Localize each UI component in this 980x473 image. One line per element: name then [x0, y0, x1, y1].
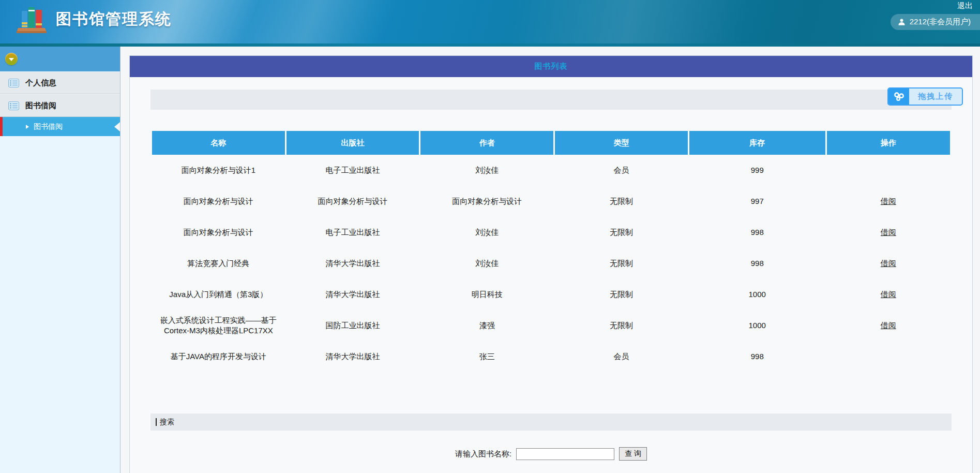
- table-header-row: 名称 出版社 作者 类型 库存 操作: [152, 131, 950, 155]
- caret-right-icon: [26, 125, 29, 129]
- borrow-link[interactable]: 借阅: [881, 259, 896, 268]
- cell-author: 面向对象分析与设计: [420, 186, 553, 217]
- cell-publisher: 电子工业出版社: [287, 217, 419, 248]
- cell-stock: 998: [689, 248, 825, 279]
- column-header-name: 名称: [152, 131, 285, 155]
- cell-type: 会员: [555, 155, 688, 186]
- cell-type: 无限制: [555, 310, 688, 341]
- cell-name: 算法竞赛入门经典: [152, 248, 285, 279]
- cell-name: 面向对象分析与设计: [152, 217, 285, 248]
- chevron-down-icon: [9, 58, 14, 61]
- cell-author: 明日科技: [420, 279, 553, 310]
- content-panel: 图书列表 拖拽上传 名称 出版社 作者 类型: [129, 55, 973, 473]
- toolbar-strip: 拖拽上传: [150, 90, 952, 110]
- cell-name: 基于JAVA的程序开发与设计: [152, 341, 285, 372]
- cell-type: 无限制: [555, 279, 688, 310]
- cell-stock: 998: [689, 217, 825, 248]
- cell-publisher: 清华大学出版社: [287, 279, 419, 310]
- logout-link[interactable]: 退出: [957, 1, 973, 11]
- sidebar-top-bar: [0, 47, 120, 71]
- table-row: 基于JAVA的程序开发与设计清华大学出版社张三会员998: [152, 341, 950, 372]
- cell-action: 借阅: [827, 186, 950, 217]
- cell-name: 嵌入式系统设计工程实践——基于Cortex-M3内核处理器LPC17XX: [152, 310, 285, 341]
- search-row: 请输入图书名称: 查 询: [150, 447, 952, 461]
- user-badge[interactable]: 2212(非会员用户): [891, 14, 980, 30]
- sidebar-item-label: 个人信息: [25, 78, 56, 88]
- active-indicator-bar: [0, 117, 3, 136]
- table-row: 嵌入式系统设计工程实践——基于Cortex-M3内核处理器LPC17XX国防工业…: [152, 310, 950, 341]
- cell-type: 无限制: [555, 217, 688, 248]
- sidebar-subitem-book-borrow-active[interactable]: 图书借阅: [0, 117, 120, 136]
- cell-author: 漆强: [420, 310, 553, 341]
- cell-publisher: 清华大学出版社: [287, 341, 419, 372]
- cell-action: 借阅: [827, 279, 950, 310]
- borrow-link[interactable]: 借阅: [881, 197, 896, 205]
- user-name: 2212(非会员用户): [910, 17, 971, 27]
- borrow-link[interactable]: 借阅: [881, 321, 896, 330]
- sidebar-item-label: 图书借阅: [25, 101, 56, 111]
- drag-upload-button[interactable]: 拖拽上传: [887, 87, 963, 106]
- table-row: Java从入门到精通（第3版）清华大学出版社明日科技无限制1000借阅: [152, 279, 950, 310]
- app-header: 图书馆管理系统 退出 2212(非会员用户): [0, 0, 980, 47]
- book-table: 名称 出版社 作者 类型 库存 操作 面向对象分析与设计1电子工业出版社刘汝佳会…: [150, 131, 952, 372]
- column-header-stock: 库存: [689, 131, 825, 155]
- user-icon: [898, 18, 906, 26]
- cell-type: 无限制: [555, 186, 688, 217]
- cell-author: 刘汝佳: [420, 248, 553, 279]
- cell-action: [827, 155, 950, 186]
- column-header-type: 类型: [555, 131, 688, 155]
- sidebar-subitem-label: 图书借阅: [34, 122, 63, 131]
- table-row: 算法竞赛入门经典清华大学出版社刘汝佳无限制998借阅: [152, 248, 950, 279]
- cell-author: 刘汝佳: [420, 155, 553, 186]
- table-row: 面向对象分析与设计电子工业出版社刘汝佳无限制998借阅: [152, 217, 950, 248]
- book-name-input[interactable]: [516, 448, 614, 460]
- borrow-link[interactable]: 借阅: [881, 228, 896, 236]
- list-icon: [8, 79, 19, 87]
- column-header-author: 作者: [420, 131, 553, 155]
- cell-name: Java从入门到精通（第3版）: [152, 279, 285, 310]
- borrow-link[interactable]: 借阅: [881, 290, 896, 299]
- sidebar: 个人信息 图书借阅 图书借阅: [0, 47, 120, 473]
- cell-stock: 1000: [689, 279, 825, 310]
- library-logo-icon: [16, 4, 48, 37]
- cell-action: 借阅: [827, 248, 950, 279]
- panel-body: 拖拽上传 名称 出版社 作者 类型 库存 操作 面向对象分析与设计1电子工业出版…: [130, 77, 972, 461]
- cloud-cluster-icon: [888, 88, 909, 105]
- cell-publisher: 清华大学出版社: [287, 248, 419, 279]
- search-button[interactable]: 查 询: [619, 447, 647, 461]
- cell-type: 会员: [555, 341, 688, 372]
- cell-publisher: 面向对象分析与设计: [287, 186, 419, 217]
- column-header-publisher: 出版社: [287, 131, 419, 155]
- cell-action: 借阅: [827, 310, 950, 341]
- search-section-header: 搜索: [150, 413, 952, 431]
- cell-type: 无限制: [555, 248, 688, 279]
- cell-action: [827, 341, 950, 372]
- list-icon: [8, 101, 19, 110]
- table-row: 面向对象分析与设计1电子工业出版社刘汝佳会员999: [152, 155, 950, 186]
- book-table-body: 面向对象分析与设计1电子工业出版社刘汝佳会员999面向对象分析与设计面向对象分析…: [152, 155, 950, 372]
- sidebar-item-book-borrow[interactable]: 图书借阅: [0, 94, 120, 117]
- cell-author: 张三: [420, 341, 553, 372]
- cell-publisher: 电子工业出版社: [287, 155, 419, 186]
- table-row: 面向对象分析与设计面向对象分析与设计面向对象分析与设计无限制997借阅: [152, 186, 950, 217]
- cell-action: 借阅: [827, 217, 950, 248]
- sidebar-collapse-button[interactable]: [5, 53, 18, 65]
- cell-stock: 997: [689, 186, 825, 217]
- cell-stock: 1000: [689, 310, 825, 341]
- page-title: 图书列表: [130, 56, 972, 77]
- section-bar-icon: [156, 418, 157, 426]
- cell-name: 面向对象分析与设计: [152, 186, 285, 217]
- cell-name: 面向对象分析与设计1: [152, 155, 285, 186]
- upload-button-label: 拖拽上传: [909, 88, 962, 105]
- search-input-label: 请输入图书名称:: [455, 449, 511, 459]
- sidebar-item-personal-info[interactable]: 个人信息: [0, 71, 120, 94]
- cell-stock: 999: [689, 155, 825, 186]
- active-notch-icon: [114, 122, 120, 131]
- cell-publisher: 国防工业出版社: [287, 310, 419, 341]
- cell-author: 刘汝佳: [420, 217, 553, 248]
- column-header-action: 操作: [827, 131, 950, 155]
- cell-stock: 998: [689, 341, 825, 372]
- app-title: 图书馆管理系统: [56, 0, 172, 38]
- search-section-label: 搜索: [160, 418, 174, 427]
